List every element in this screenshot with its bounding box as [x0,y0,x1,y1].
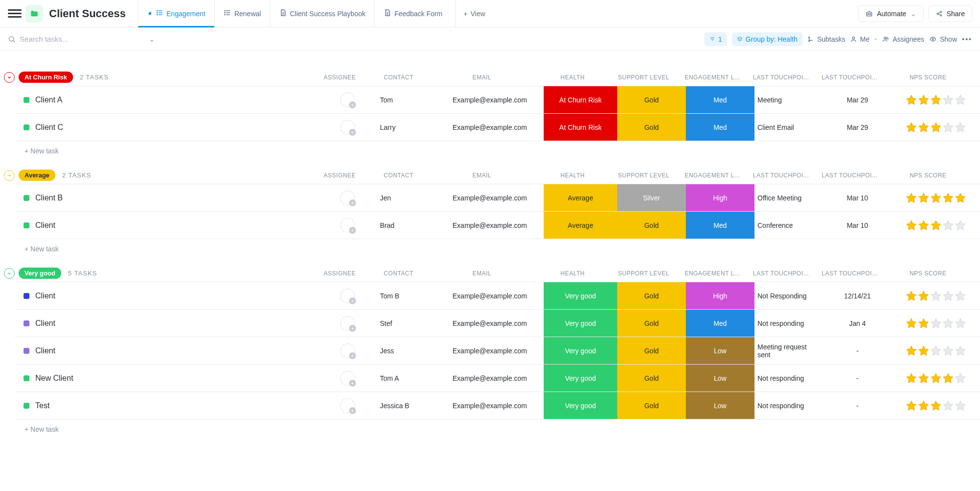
health-cell[interactable]: Very good [544,337,617,364]
assignee-cell[interactable] [318,310,377,337]
col-touchpoint[interactable]: LAST TOUCHPOI... [747,270,815,277]
support-cell[interactable]: Gold [617,310,686,337]
table-row[interactable]: TestJessica BExample@example.comVery goo… [15,392,980,419]
support-cell[interactable]: Gold [617,86,686,113]
nps-stars[interactable] [905,372,966,384]
new-task-button[interactable]: + New task [0,419,980,436]
status-square[interactable] [24,222,29,228]
collapse-toggle[interactable] [4,72,15,83]
touchpoint-cell[interactable]: Meeting request sent [754,337,823,364]
touchpoint-cell[interactable]: Not responding [754,392,823,419]
assignee-cell[interactable] [318,365,377,392]
touchpoint-cell[interactable]: Office Meeting [754,184,823,211]
folder-icon[interactable] [25,5,43,23]
nps-cell[interactable] [892,282,980,309]
support-cell[interactable]: Gold [617,212,686,239]
status-square[interactable] [24,195,29,201]
touchdate-cell[interactable]: Jan 4 [823,310,892,337]
subtasks-button[interactable]: Subtasks [807,35,846,43]
nps-cell[interactable] [892,114,980,141]
touchdate-cell[interactable]: - [823,392,892,419]
new-task-button[interactable]: + New task [0,141,980,158]
col-nps[interactable]: NPS SCORE [884,74,972,81]
status-square[interactable] [24,320,29,326]
touchdate-cell[interactable]: Mar 29 [823,114,892,141]
email-cell[interactable]: Example@example.com [436,114,544,141]
support-cell[interactable]: Silver [617,184,686,211]
support-cell[interactable]: Gold [617,114,686,141]
group-badge[interactable]: Average [19,170,55,181]
col-contact[interactable]: CONTACT [369,74,428,81]
show-button[interactable]: Show [929,35,957,43]
assignee-cell[interactable] [318,114,377,141]
email-cell[interactable]: Example@example.com [436,310,544,337]
engagement-cell[interactable]: High [686,282,754,309]
col-assignee[interactable]: ASSIGNEE [310,74,369,81]
col-engagement[interactable]: ENGAGEMENT L... [678,74,747,81]
support-cell[interactable]: Gold [617,392,686,419]
touchdate-cell[interactable]: - [823,365,892,392]
col-support[interactable]: SUPPORT LEVEL [609,172,678,179]
status-square[interactable] [24,348,29,354]
menu-toggle[interactable] [8,7,22,21]
email-cell[interactable]: Example@example.com [436,392,544,419]
assignee-cell[interactable] [318,337,377,364]
col-engagement[interactable]: ENGAGEMENT L... [678,270,747,277]
col-email[interactable]: EMAIL [428,74,536,81]
status-square[interactable] [24,97,29,103]
health-cell[interactable]: At Churn Risk [544,86,617,113]
col-assignee[interactable]: ASSIGNEE [310,270,369,277]
col-email[interactable]: EMAIL [428,172,536,179]
contact-cell[interactable]: Larry [377,114,436,141]
engagement-cell[interactable]: Med [686,310,754,337]
table-row[interactable]: ClientBradExample@example.comAverageGold… [15,212,980,239]
tab-feedback-form[interactable]: Feedback Form [374,0,451,27]
touchpoint-cell[interactable]: Conference [754,212,823,239]
col-contact[interactable]: CONTACT [369,172,428,179]
engagement-cell[interactable]: Med [686,212,754,239]
col-touchpoint-date[interactable]: LAST TOUCHPOI... [815,172,884,179]
health-cell[interactable]: Very good [544,365,617,392]
engagement-cell[interactable]: Low [686,392,754,419]
col-health[interactable]: HEALTH [536,74,609,81]
engagement-cell[interactable]: Low [686,365,754,392]
chevron-down-icon[interactable]: ⌄ [149,35,155,43]
nps-cell[interactable] [892,184,980,211]
engagement-cell[interactable]: Low [686,337,754,364]
health-cell[interactable]: Average [544,184,617,211]
col-nps[interactable]: NPS SCORE [884,270,972,277]
tab-client-success-playbook[interactable]: Client Success Playbook [270,0,374,27]
share-button[interactable]: Share [929,5,972,22]
assignee-cell[interactable] [318,184,377,211]
col-nps[interactable]: NPS SCORE [884,172,972,179]
nps-stars[interactable] [905,192,966,204]
nps-stars[interactable] [905,400,966,412]
assignees-button[interactable]: Assignees [882,35,925,43]
touchdate-cell[interactable]: Mar 10 [823,212,892,239]
col-touchpoint-date[interactable]: LAST TOUCHPOI... [815,270,884,277]
contact-cell[interactable]: Tom A [377,365,436,392]
search-input[interactable] [20,35,145,43]
email-cell[interactable]: Example@example.com [436,337,544,364]
nps-cell[interactable] [892,86,980,113]
status-square[interactable] [24,375,29,381]
automate-button[interactable]: Automate ⌄ [858,5,924,22]
col-health[interactable]: HEALTH [536,172,609,179]
nps-cell[interactable] [892,365,980,392]
groupby-pill[interactable]: Group by: Health [732,32,803,46]
me-button[interactable]: Me [850,35,869,43]
email-cell[interactable]: Example@example.com [436,184,544,211]
support-cell[interactable]: Gold [617,282,686,309]
support-cell[interactable]: Gold [617,365,686,392]
group-badge[interactable]: At Churn Risk [19,72,73,83]
table-row[interactable]: Client CLarryExample@example.comAt Churn… [15,114,980,141]
contact-cell[interactable]: Brad [377,212,436,239]
touchdate-cell[interactable]: 12/14/21 [823,282,892,309]
col-support[interactable]: SUPPORT LEVEL [609,74,678,81]
more-menu[interactable]: ••• [962,35,972,43]
nps-stars[interactable] [905,122,966,133]
table-row[interactable]: ClientJessExample@example.comVery goodGo… [15,337,980,365]
touchpoint-cell[interactable]: Not responding [754,365,823,392]
new-task-button[interactable]: + New task [0,239,980,256]
assignee-cell[interactable] [318,212,377,239]
